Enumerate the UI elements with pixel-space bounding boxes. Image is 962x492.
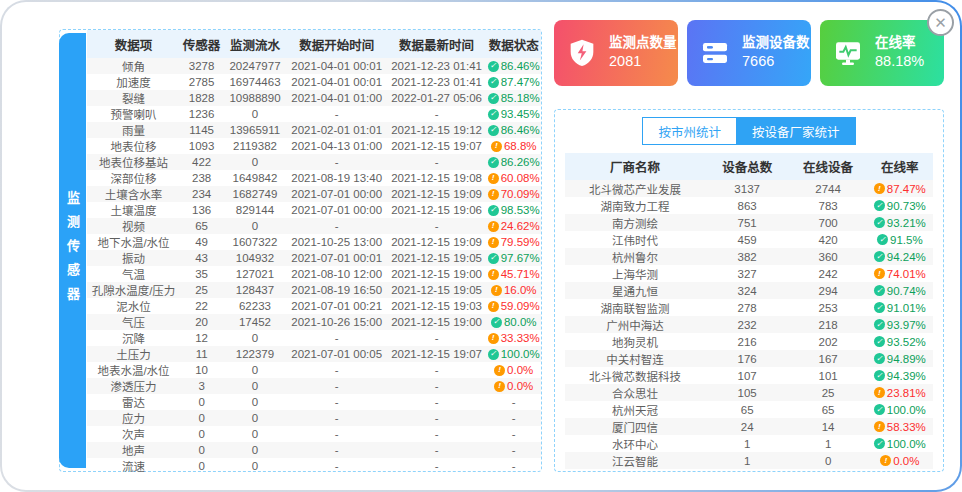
status-icon	[488, 93, 499, 104]
close-button[interactable]: ✕	[927, 9, 954, 36]
latest-time: 2021-12-15 19:08	[387, 172, 487, 184]
latest-time: -	[387, 364, 487, 376]
sensor-name: 地声	[87, 442, 180, 458]
rate-value: 93.21%	[887, 217, 926, 229]
status-value: 33.33%	[501, 332, 540, 344]
start-time: -	[287, 156, 387, 168]
rate-cell: 0.0%	[867, 455, 933, 467]
sensor-row: 次声 0 0 - - -	[87, 426, 541, 442]
start-time: 2021-10-26 15:00	[287, 316, 387, 328]
sensor-row: 气压 20 17452 2021-10-26 15:00 2021-12-15 …	[87, 314, 541, 330]
rate-cell: 93.97%	[867, 319, 933, 331]
rate-value: 100.0%	[887, 438, 926, 450]
status-value: 98.53%	[501, 204, 540, 216]
sensor-count: 65	[180, 220, 223, 232]
device-total: 324	[705, 285, 790, 297]
device-total: 24	[705, 421, 790, 433]
device-total: 278	[705, 302, 790, 314]
device-total: 1	[705, 455, 790, 467]
sensor-name: 振动	[87, 250, 180, 266]
status-icon	[488, 157, 499, 168]
status-icon	[494, 381, 505, 392]
sensor-row: 加速度 2785 16974463 2021-04-01 00:01 2021-…	[87, 74, 541, 90]
sensor-count: 12	[180, 332, 223, 344]
device-total: 105	[705, 387, 790, 399]
col-status: 数据状态	[486, 35, 540, 54]
vendor-table: 厂商名称 设备总数 在线设备 在线率 北斗微芯产业发展 3137 2744	[565, 153, 933, 469]
rate-cell: 74.01%	[867, 268, 933, 280]
latest-time: 2021-12-15 19:03	[387, 300, 487, 312]
latest-time: -	[387, 444, 487, 456]
vendor-row: 水环中心 1 1 100.0%	[565, 435, 933, 452]
status-value: 85.18%	[501, 92, 540, 104]
rate-cell: 93.21%	[867, 217, 933, 229]
shield-bolt-icon	[565, 36, 599, 70]
stat-cards: 监测点数量 2081 监测设备数 7666	[554, 20, 944, 86]
vendor-name: 地狗灵机	[565, 334, 705, 350]
latest-time: 2021-12-15 19:00	[387, 268, 487, 280]
sensor-panel-side-tab[interactable]: 监测传感器	[59, 33, 86, 468]
start-time: -	[287, 108, 387, 120]
sensor-name: 裂缝	[87, 90, 180, 106]
tab-by-city[interactable]: 按市州统计	[642, 117, 737, 145]
vendor-name: 厦门四信	[565, 419, 705, 435]
status-value: 93.45%	[501, 108, 540, 120]
sensor-count: 0	[180, 444, 223, 456]
device-online: 65	[789, 404, 866, 416]
tab-by-vendor[interactable]: 按设备厂家统计	[737, 117, 856, 145]
flow-count: 128437	[223, 284, 287, 296]
sensor-row: 倾角 3278 20247977 2021-04-01 00:01 2021-1…	[87, 58, 541, 74]
status-value: 86.46%	[501, 124, 540, 136]
start-time: 2021-02-01 01:01	[287, 124, 387, 136]
rate-cell: 100.0%	[867, 438, 933, 450]
stat-card-device-count: 监测设备数 7666	[687, 20, 811, 86]
device-online: 360	[789, 251, 866, 263]
status-value: -	[512, 428, 516, 440]
device-online: 2744	[789, 183, 866, 195]
card-text: 监测点数量 2081	[609, 34, 677, 72]
device-online: 0	[789, 455, 866, 467]
card-value: 7666	[742, 52, 810, 72]
status-icon	[488, 77, 499, 88]
status-value: 16.0%	[504, 284, 537, 296]
vendor-name: 合众思壮	[565, 385, 705, 401]
status-icon	[874, 302, 885, 313]
sensor-table: 数据项 传感器 监测流水 数据开始时间 数据最新时间 数据状态 倾角 3278 …	[87, 30, 541, 471]
status-cell: 45.71%	[486, 268, 540, 280]
start-time: 2021-07-01 00:05	[287, 348, 387, 360]
rate-cell: 91.01%	[867, 302, 933, 314]
status-value: 0.0%	[507, 364, 533, 376]
sensor-name: 地表水温/水位	[87, 362, 180, 378]
device-online: 218	[789, 319, 866, 331]
vendor-name: 杭州天冠	[565, 402, 705, 418]
device-online: 294	[789, 285, 866, 297]
sensor-row: 沉降 12 0 - - 33.33%	[87, 330, 541, 346]
rate-value: 91.5%	[890, 234, 923, 246]
status-icon	[488, 205, 499, 216]
vendor-row: 江伟时代 459 420 91.5%	[565, 231, 933, 248]
status-icon	[488, 61, 499, 72]
card-value: 2081	[609, 52, 677, 72]
status-cell: 86.46%	[486, 124, 540, 136]
sensor-count: 22	[180, 300, 223, 312]
sensor-name: 地表位移	[87, 138, 180, 154]
status-icon	[874, 319, 885, 330]
status-icon	[488, 301, 499, 312]
status-icon	[491, 141, 502, 152]
start-time: -	[287, 460, 387, 472]
flow-count: 104932	[223, 252, 287, 264]
sensor-count: 49	[180, 236, 223, 248]
sensor-count: 234	[180, 188, 223, 200]
device-total: 216	[705, 336, 790, 348]
latest-time: 2022-01-27 05:06	[387, 92, 487, 104]
sensor-count: 0	[180, 396, 223, 408]
rate-value: 58.33%	[887, 421, 926, 433]
device-total: 1	[705, 438, 790, 450]
sensor-count: 1145	[180, 124, 223, 136]
status-cell: -	[486, 444, 540, 456]
latest-time: 2021-12-23 01:41	[387, 60, 487, 72]
device-online: 167	[789, 353, 866, 365]
status-icon	[488, 333, 499, 344]
latest-time: -	[387, 396, 487, 408]
vendor-name: 北斗微芯数据科技	[565, 368, 705, 384]
